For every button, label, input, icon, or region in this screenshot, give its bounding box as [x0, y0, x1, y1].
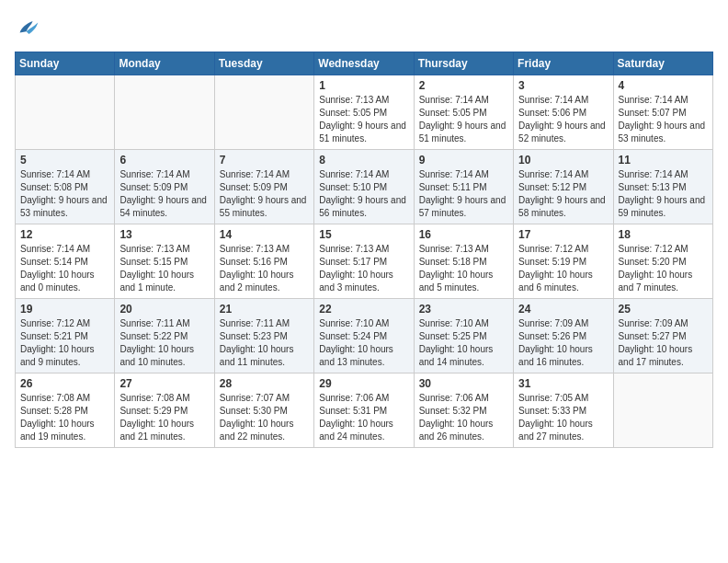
day-number: 18	[619, 228, 708, 241]
day-number: 23	[419, 303, 508, 316]
day-info: Sunrise: 7:10 AM Sunset: 5:24 PM Dayligh…	[319, 317, 408, 369]
weekday-header: Friday	[514, 52, 613, 75]
day-info: Sunrise: 7:12 AM Sunset: 5:21 PM Dayligh…	[20, 317, 109, 369]
day-number: 28	[220, 377, 309, 390]
weekday-header: Wednesday	[314, 52, 414, 75]
day-info: Sunrise: 7:09 AM Sunset: 5:26 PM Dayligh…	[518, 317, 608, 369]
weekday-header: Monday	[115, 52, 214, 75]
day-info: Sunrise: 7:13 AM Sunset: 5:17 PM Dayligh…	[319, 243, 408, 294]
logo	[15, 15, 44, 40]
day-number: 5	[20, 154, 109, 167]
calendar-day-cell: 27 Sunrise: 7:08 AM Sunset: 5:29 PM Dayl…	[115, 373, 214, 448]
calendar-day-cell: 28 Sunrise: 7:07 AM Sunset: 5:30 PM Dayl…	[214, 373, 313, 448]
calendar-week-row: 26 Sunrise: 7:08 AM Sunset: 5:28 PM Dayl…	[16, 373, 713, 448]
calendar-day-cell: 9 Sunrise: 7:14 AM Sunset: 5:11 PM Dayli…	[414, 150, 513, 224]
day-info: Sunrise: 7:12 AM Sunset: 5:20 PM Dayligh…	[619, 243, 708, 294]
day-number: 31	[518, 377, 608, 390]
calendar-day-cell: 23 Sunrise: 7:10 AM Sunset: 5:25 PM Dayl…	[414, 299, 513, 373]
calendar-day-cell: 10 Sunrise: 7:14 AM Sunset: 5:12 PM Dayl…	[514, 150, 613, 224]
day-info: Sunrise: 7:13 AM Sunset: 5:18 PM Dayligh…	[419, 243, 508, 294]
day-number: 2	[419, 79, 508, 92]
calendar-day-cell: 5 Sunrise: 7:14 AM Sunset: 5:08 PM Dayli…	[16, 150, 115, 224]
calendar-day-cell: 24 Sunrise: 7:09 AM Sunset: 5:26 PM Dayl…	[514, 299, 613, 373]
calendar-week-row: 12 Sunrise: 7:14 AM Sunset: 5:14 PM Dayl…	[16, 224, 713, 299]
calendar-day-cell: 31 Sunrise: 7:05 AM Sunset: 5:33 PM Dayl…	[514, 373, 613, 448]
calendar-day-cell	[613, 373, 712, 448]
day-info: Sunrise: 7:11 AM Sunset: 5:22 PM Dayligh…	[119, 317, 209, 369]
weekday-header: Saturday	[613, 52, 712, 75]
calendar-day-cell	[214, 75, 313, 150]
day-info: Sunrise: 7:14 AM Sunset: 5:08 PM Dayligh…	[20, 168, 109, 220]
calendar-day-cell: 29 Sunrise: 7:06 AM Sunset: 5:31 PM Dayl…	[314, 373, 414, 448]
day-number: 1	[319, 79, 408, 92]
day-info: Sunrise: 7:14 AM Sunset: 5:05 PM Dayligh…	[419, 94, 508, 145]
weekday-header: Tuesday	[214, 52, 313, 75]
day-number: 26	[20, 377, 109, 390]
day-number: 21	[220, 303, 309, 316]
calendar-day-cell: 20 Sunrise: 7:11 AM Sunset: 5:22 PM Dayl…	[115, 299, 214, 373]
calendar-day-cell: 26 Sunrise: 7:08 AM Sunset: 5:28 PM Dayl…	[16, 373, 115, 448]
day-info: Sunrise: 7:14 AM Sunset: 5:11 PM Dayligh…	[419, 168, 508, 220]
day-info: Sunrise: 7:06 AM Sunset: 5:31 PM Dayligh…	[319, 392, 408, 443]
day-number: 10	[518, 154, 608, 167]
calendar-day-cell: 2 Sunrise: 7:14 AM Sunset: 5:05 PM Dayli…	[414, 75, 513, 150]
day-number: 12	[20, 228, 109, 241]
day-info: Sunrise: 7:14 AM Sunset: 5:06 PM Dayligh…	[518, 94, 608, 145]
calendar-day-cell: 3 Sunrise: 7:14 AM Sunset: 5:06 PM Dayli…	[514, 75, 613, 150]
calendar-day-cell: 13 Sunrise: 7:13 AM Sunset: 5:15 PM Dayl…	[115, 224, 214, 299]
weekday-header: Thursday	[414, 52, 513, 75]
day-number: 14	[220, 228, 309, 241]
day-info: Sunrise: 7:14 AM Sunset: 5:10 PM Dayligh…	[319, 168, 408, 220]
day-info: Sunrise: 7:14 AM Sunset: 5:14 PM Dayligh…	[20, 243, 109, 294]
day-info: Sunrise: 7:13 AM Sunset: 5:15 PM Dayligh…	[119, 243, 209, 294]
day-info: Sunrise: 7:14 AM Sunset: 5:07 PM Dayligh…	[619, 94, 708, 145]
day-info: Sunrise: 7:08 AM Sunset: 5:28 PM Dayligh…	[20, 392, 109, 443]
calendar-day-cell: 4 Sunrise: 7:14 AM Sunset: 5:07 PM Dayli…	[613, 75, 712, 150]
day-number: 7	[220, 154, 309, 167]
calendar-day-cell: 15 Sunrise: 7:13 AM Sunset: 5:17 PM Dayl…	[314, 224, 414, 299]
day-number: 22	[319, 303, 408, 316]
calendar-day-cell: 16 Sunrise: 7:13 AM Sunset: 5:18 PM Dayl…	[414, 224, 513, 299]
calendar-day-cell: 30 Sunrise: 7:06 AM Sunset: 5:32 PM Dayl…	[414, 373, 513, 448]
page-header	[15, 15, 713, 40]
day-info: Sunrise: 7:11 AM Sunset: 5:23 PM Dayligh…	[220, 317, 309, 369]
day-info: Sunrise: 7:12 AM Sunset: 5:19 PM Dayligh…	[518, 243, 608, 294]
day-number: 16	[419, 228, 508, 241]
calendar-day-cell: 19 Sunrise: 7:12 AM Sunset: 5:21 PM Dayl…	[16, 299, 115, 373]
calendar-day-cell: 14 Sunrise: 7:13 AM Sunset: 5:16 PM Dayl…	[214, 224, 313, 299]
calendar-day-cell: 6 Sunrise: 7:14 AM Sunset: 5:09 PM Dayli…	[115, 150, 214, 224]
day-info: Sunrise: 7:13 AM Sunset: 5:16 PM Dayligh…	[220, 243, 309, 294]
day-number: 29	[319, 377, 408, 390]
calendar-day-cell: 1 Sunrise: 7:13 AM Sunset: 5:05 PM Dayli…	[314, 75, 414, 150]
day-number: 27	[119, 377, 209, 390]
day-number: 13	[119, 228, 209, 241]
calendar-day-cell: 11 Sunrise: 7:14 AM Sunset: 5:13 PM Dayl…	[613, 150, 712, 224]
day-info: Sunrise: 7:13 AM Sunset: 5:05 PM Dayligh…	[319, 94, 408, 145]
calendar-day-cell	[16, 75, 115, 150]
day-info: Sunrise: 7:14 AM Sunset: 5:12 PM Dayligh…	[518, 168, 608, 220]
day-info: Sunrise: 7:09 AM Sunset: 5:27 PM Dayligh…	[619, 317, 708, 369]
day-number: 4	[619, 79, 708, 92]
day-number: 30	[419, 377, 508, 390]
day-info: Sunrise: 7:14 AM Sunset: 5:13 PM Dayligh…	[619, 168, 708, 220]
calendar-day-cell: 25 Sunrise: 7:09 AM Sunset: 5:27 PM Dayl…	[613, 299, 712, 373]
day-number: 3	[518, 79, 608, 92]
day-info: Sunrise: 7:14 AM Sunset: 5:09 PM Dayligh…	[220, 168, 309, 220]
calendar-week-row: 1 Sunrise: 7:13 AM Sunset: 5:05 PM Dayli…	[16, 75, 713, 150]
calendar-day-cell: 22 Sunrise: 7:10 AM Sunset: 5:24 PM Dayl…	[314, 299, 414, 373]
calendar-week-row: 19 Sunrise: 7:12 AM Sunset: 5:21 PM Dayl…	[16, 299, 713, 373]
calendar-day-cell: 12 Sunrise: 7:14 AM Sunset: 5:14 PM Dayl…	[16, 224, 115, 299]
weekday-header: Sunday	[16, 52, 115, 75]
calendar-day-cell: 8 Sunrise: 7:14 AM Sunset: 5:10 PM Dayli…	[314, 150, 414, 224]
calendar-day-cell: 7 Sunrise: 7:14 AM Sunset: 5:09 PM Dayli…	[214, 150, 313, 224]
calendar-week-row: 5 Sunrise: 7:14 AM Sunset: 5:08 PM Dayli…	[16, 150, 713, 224]
day-number: 6	[119, 154, 209, 167]
logo-icon	[15, 15, 40, 40]
calendar-day-cell: 17 Sunrise: 7:12 AM Sunset: 5:19 PM Dayl…	[514, 224, 613, 299]
day-number: 9	[419, 154, 508, 167]
calendar-header-row: SundayMondayTuesdayWednesdayThursdayFrid…	[16, 52, 713, 75]
day-number: 15	[319, 228, 408, 241]
calendar-day-cell: 21 Sunrise: 7:11 AM Sunset: 5:23 PM Dayl…	[214, 299, 313, 373]
day-info: Sunrise: 7:14 AM Sunset: 5:09 PM Dayligh…	[119, 168, 209, 220]
calendar-table: SundayMondayTuesdayWednesdayThursdayFrid…	[15, 52, 713, 448]
